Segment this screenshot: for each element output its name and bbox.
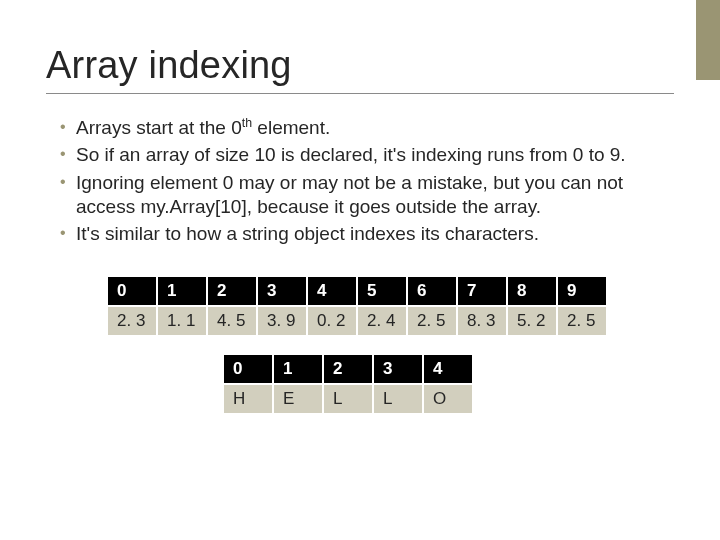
value-cell: 3. 9 [257,306,307,336]
bullet-item: It's similar to how a string object inde… [60,222,674,246]
index-cell: 3 [373,354,423,384]
slide-body: Array indexing Arrays start at the 0th e… [0,0,720,415]
bullet-item: Arrays start at the 0th element. [60,116,674,140]
value-cell: L [373,384,423,414]
value-cell: 2. 3 [107,306,157,336]
value-cell: E [273,384,323,414]
value-cell: 2. 4 [357,306,407,336]
value-cell: 2. 5 [407,306,457,336]
value-cell: H [223,384,273,414]
value-cell: O [423,384,473,414]
index-cell: 5 [357,276,407,306]
index-cell: 9 [557,276,607,306]
array-table-numeric: 0 1 2 3 4 5 6 7 8 9 2. 3 1. 1 4. 5 3. 9 … [106,275,608,337]
index-cell: 2 [207,276,257,306]
bullet-item: So if an array of size 10 is declared, i… [60,143,674,167]
index-cell: 4 [307,276,357,306]
index-cell: 1 [157,276,207,306]
value-cell: 5. 2 [507,306,557,336]
bullet-list: Arrays start at the 0th element. So if a… [46,116,674,247]
table-row: 0 1 2 3 4 [223,354,473,384]
tables-area: 0 1 2 3 4 5 6 7 8 9 2. 3 1. 1 4. 5 3. 9 … [46,275,674,415]
index-cell: 7 [457,276,507,306]
value-cell: 4. 5 [207,306,257,336]
bullet-item: Ignoring element 0 may or may not be a m… [60,171,674,220]
index-cell: 2 [323,354,373,384]
value-cell: 8. 3 [457,306,507,336]
value-cell: 1. 1 [157,306,207,336]
index-cell: 4 [423,354,473,384]
table-row: 2. 3 1. 1 4. 5 3. 9 0. 2 2. 4 2. 5 8. 3 … [107,306,607,336]
value-cell: 0. 2 [307,306,357,336]
table-row: H E L L O [223,384,473,414]
index-cell: 0 [223,354,273,384]
table-row: 0 1 2 3 4 5 6 7 8 9 [107,276,607,306]
index-cell: 0 [107,276,157,306]
value-cell: 2. 5 [557,306,607,336]
index-cell: 3 [257,276,307,306]
title-rule [46,93,674,94]
array-table-string: 0 1 2 3 4 H E L L O [222,353,474,415]
value-cell: L [323,384,373,414]
slide-title: Array indexing [46,44,674,87]
index-cell: 8 [507,276,557,306]
index-cell: 6 [407,276,457,306]
accent-bar [696,0,720,80]
index-cell: 1 [273,354,323,384]
